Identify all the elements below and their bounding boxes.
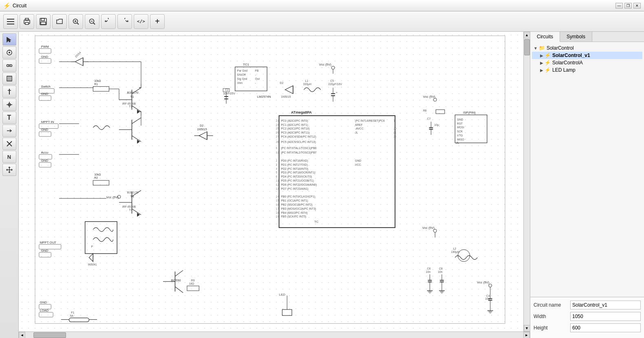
circuit-name-input[interactable] [570, 301, 641, 309]
svg-rect-41 [39, 59, 51, 64]
select-tool[interactable] [2, 33, 16, 46]
svg-text:330μH: 330μH [303, 83, 311, 86]
circuit-icon: ⚡ [545, 67, 551, 73]
tree-expand-icon: ▶ [540, 68, 543, 72]
svg-text:C4: C4 [486, 294, 490, 297]
svg-line-68 [132, 118, 141, 124]
svg-marker-42 [75, 58, 83, 66]
rotate-tool[interactable] [2, 46, 16, 59]
save-button[interactable] [36, 14, 51, 29]
svg-rect-4 [25, 18, 29, 20]
probe-tool[interactable] [2, 86, 16, 98]
svg-text:27: 27 [276, 135, 279, 138]
titlebar-controls: — ❐ ✕ [615, 3, 641, 9]
canvas-row: PWM GND D5S4 Switch GND [19, 32, 530, 331]
svg-line-15 [93, 23, 95, 24]
scroll-up-arrow[interactable]: ▲ [524, 32, 530, 38]
close-button[interactable]: ✕ [633, 3, 641, 9]
svg-text:TC: TC [314, 220, 319, 224]
svg-text:5A: 5A [70, 314, 73, 317]
svg-text:R9: R9 [191, 279, 195, 282]
svg-text:D2: D2 [200, 124, 203, 127]
svg-text:PD0 (PC INT16/RXD): PD0 (PC INT16/RXD) [281, 159, 308, 162]
svg-text:180μH: 180μH [451, 250, 459, 254]
svg-rect-81 [39, 162, 51, 167]
svg-text:GND: GND [41, 159, 49, 162]
tree-item-led-lamp[interactable]: ▶ ⚡ LED Lamp [532, 66, 642, 74]
svg-rect-2 [7, 24, 14, 24]
height-input[interactable] [570, 323, 641, 332]
svg-rect-5 [25, 22, 29, 24]
svg-text:IN5041: IN5041 [88, 263, 97, 266]
connect-tool[interactable] [2, 59, 16, 72]
tree-item-label: SolarControl [547, 45, 574, 51]
cross-tool[interactable] [2, 138, 16, 150]
menu-button[interactable] [3, 14, 18, 29]
svg-rect-112 [187, 286, 199, 291]
svg-text:PC2 (ADC2/PC INT10): PC2 (ADC2/PC INT10) [281, 127, 310, 130]
svg-text:3: 3 [276, 163, 278, 166]
svg-text:220μF/16V: 220μF/16V [328, 83, 342, 86]
height-label: Height [534, 325, 570, 331]
tab-symbols[interactable]: Symbols [560, 32, 592, 42]
circuit-name-row: Circuit name [534, 301, 641, 309]
horizontal-scroll-thumb[interactable] [33, 332, 66, 338]
open-button[interactable] [52, 14, 67, 29]
tree-item-label: SolarControl_v1 [552, 53, 590, 58]
svg-text:JL: JL [355, 131, 358, 134]
bus-tool[interactable] [2, 72, 16, 85]
code-button[interactable]: </> [134, 14, 148, 29]
scroll-down-arrow[interactable]: ▼ [524, 325, 530, 331]
vertical-scrollbar[interactable]: ▲ ▼ [523, 32, 530, 331]
svg-text:PC0 (ADC0/PC INT0): PC0 (ADC0/PC INT0) [281, 119, 308, 123]
svg-text:Vcc (5V): Vcc (5V) [422, 226, 434, 230]
svg-marker-71 [137, 140, 140, 144]
svg-rect-116 [39, 312, 53, 317]
text-tool[interactable]: T [2, 112, 16, 124]
redo-button[interactable] [117, 14, 132, 29]
horizontal-scroll-track[interactable] [25, 332, 523, 338]
svg-point-233 [433, 229, 437, 233]
svg-text:+: + [336, 91, 337, 94]
svg-text:FB: FB [255, 69, 259, 72]
canvas-area: PWM GND D5S4 Switch GND [19, 32, 530, 338]
net-tool[interactable]: N [2, 151, 16, 163]
scroll-left-arrow[interactable]: ◄ [19, 332, 25, 338]
zoom-out-button[interactable] [85, 14, 99, 29]
properties-area: Circuit name Width Height [530, 297, 644, 338]
svg-text:PD7 (PC INT23/AIN1): PD7 (PC INT23/AIN1) [281, 187, 309, 191]
svg-text:11: 11 [276, 179, 279, 182]
svg-rect-96 [85, 222, 117, 254]
zoom-in-button[interactable] [68, 14, 83, 29]
schematic-canvas[interactable]: PWM GND D5S4 Switch GND [19, 32, 523, 331]
svg-text:13: 13 [276, 187, 279, 190]
svg-text:PB4 (MISO/PC INT4): PB4 (MISO/PC INT4) [281, 211, 308, 215]
tree-item-label: LED Lamp [552, 67, 576, 73]
width-input[interactable] [570, 312, 641, 321]
undo-button[interactable] [101, 14, 116, 29]
svg-line-108 [175, 287, 183, 293]
move-tool[interactable] [2, 164, 16, 176]
arrow-tool[interactable] [2, 125, 16, 137]
svg-point-20 [10, 65, 12, 67]
vertical-scroll-thumb[interactable] [524, 39, 530, 55]
svg-text:PD3 (PC INT18/OCR/INT1): PD3 (PC INT18/OCR/INT1) [281, 171, 315, 174]
tree-item-solar-control-v1[interactable]: ▶ ⚡ SolarControl_v1 [532, 52, 642, 59]
tab-circuits[interactable]: Circuits [530, 32, 560, 42]
minimize-button[interactable]: — [615, 3, 623, 9]
restore-button[interactable]: ❐ [624, 3, 632, 9]
tree-item-solar-control-a[interactable]: ▶ ⚡ SolarControlA [532, 59, 642, 66]
svg-text:PC5 (ADC5/SCL/PC INT13): PC5 (ADC5/SCL/PC INT13) [281, 140, 316, 144]
svg-text:PC1 (ADC1/PC INT1): PC1 (ADC1/PC INT1) [281, 123, 308, 127]
scroll-right-arrow[interactable]: ► [523, 332, 530, 338]
svg-text:1N5015: 1N5015 [281, 95, 291, 98]
add-button[interactable]: + [150, 14, 165, 29]
svg-text:Vinn: Vinn [237, 81, 243, 84]
print-button[interactable] [20, 14, 34, 29]
crosshair-tool[interactable] [2, 99, 16, 111]
svg-text:1kΩ: 1kΩ [189, 282, 194, 285]
svg-line-107 [175, 270, 183, 277]
tree-item-solar-control[interactable]: ▼ 📁 SolarControl [532, 44, 642, 52]
svg-text:Vcc (5V): Vcc (5V) [106, 195, 119, 199]
circuit-icon: ⚡ [545, 60, 551, 66]
